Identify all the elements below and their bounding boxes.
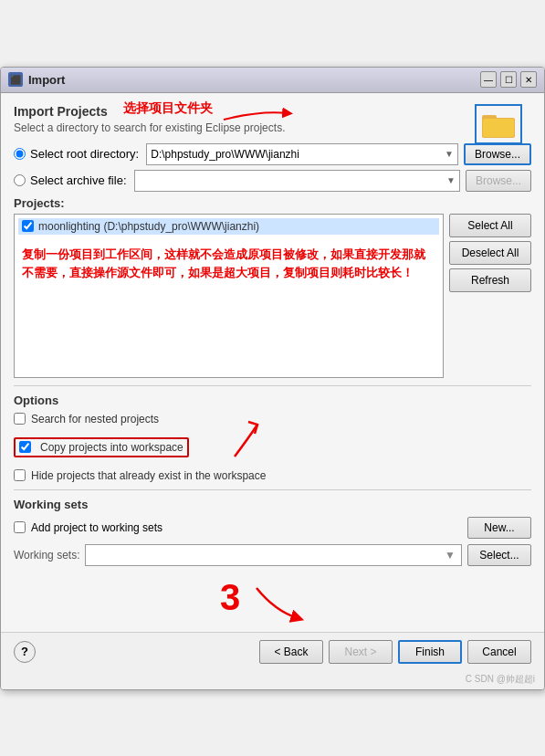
root-dropdown-arrow: ▼ bbox=[445, 149, 454, 159]
projects-buttons: Select All Deselect All Refresh bbox=[449, 214, 531, 378]
working-sets-section: Working sets Add project to working sets… bbox=[14, 489, 531, 566]
new-working-set-button[interactable]: New... bbox=[467, 517, 531, 539]
select-root-radio[interactable] bbox=[14, 148, 26, 160]
hide-existing-row: Hide projects that already exist in the … bbox=[14, 469, 531, 482]
browse-archive-button[interactable]: Browse... bbox=[466, 170, 531, 192]
archive-dropdown-arrow: ▼ bbox=[446, 175, 456, 185]
back-button[interactable]: < Back bbox=[259, 640, 323, 664]
annotation-number-3: 3 bbox=[220, 579, 240, 615]
red-annotation-text: 复制一份项目到工作区间，这样就不会造成原项目被修改，如果直接开发那就不需要，直接… bbox=[18, 242, 439, 288]
project-item: moonlighting (D:\phpstudy_pro\WWW\jianzh… bbox=[18, 218, 439, 235]
root-directory-input[interactable]: D:\phpstudy_pro\WWW\jianzhi ▼ bbox=[146, 143, 458, 165]
window-title: Import bbox=[28, 73, 480, 87]
window-controls: — ☐ ✕ bbox=[480, 71, 537, 88]
copy-projects-checkbox[interactable] bbox=[19, 441, 31, 453]
search-nested-row: Search for nested projects bbox=[14, 413, 531, 425]
minimize-button[interactable]: — bbox=[480, 71, 497, 88]
folder-icon-button[interactable] bbox=[475, 104, 522, 144]
finish-button[interactable]: Finish bbox=[398, 640, 462, 664]
annotation-select-folder: 选择项目文件夹 bbox=[123, 100, 213, 117]
select-root-row: Select root directory: D:\phpstudy_pro\W… bbox=[14, 143, 531, 165]
arrow-to-folder bbox=[215, 106, 297, 138]
arrow-number-3 bbox=[247, 583, 302, 625]
svg-rect-2 bbox=[483, 119, 514, 137]
folder-icon bbox=[482, 110, 515, 138]
projects-list: moonlighting (D:\phpstudy_pro\WWW\jianzh… bbox=[14, 214, 444, 378]
add-working-sets-label: Add project to working sets bbox=[31, 521, 462, 534]
archive-file-input[interactable]: ▼ bbox=[134, 170, 460, 192]
close-button[interactable]: ✕ bbox=[520, 71, 537, 88]
help-button[interactable]: ? bbox=[14, 641, 36, 663]
arrow-to-copy bbox=[198, 420, 271, 457]
refresh-button[interactable]: Refresh bbox=[449, 268, 531, 292]
copy-projects-label: Copy projects into workspace bbox=[40, 441, 183, 454]
project-checkbox[interactable] bbox=[22, 220, 34, 232]
select-working-set-button[interactable]: Select... bbox=[467, 544, 531, 566]
search-nested-label: Search for nested projects bbox=[31, 413, 159, 425]
options-section: Options Search for nested projects Copy … bbox=[14, 385, 531, 482]
working-sets-dropdown-arrow: ▼ bbox=[445, 549, 456, 562]
working-sets-title: Working sets bbox=[14, 498, 531, 511]
select-archive-label: Select archive file: bbox=[30, 173, 127, 187]
watermark: C SDN @帅超超i bbox=[1, 671, 544, 689]
header-area: Import Projects 选择项目文件夹 Select a directo… bbox=[14, 104, 531, 134]
bottom-bar: ? < Back Next > Finish Cancel bbox=[1, 632, 544, 671]
hide-existing-checkbox[interactable] bbox=[14, 469, 26, 481]
hide-existing-label: Hide projects that already exist in the … bbox=[31, 469, 266, 482]
cancel-button[interactable]: Cancel bbox=[467, 640, 531, 664]
title-bar: ⬛ Import — ☐ ✕ bbox=[1, 68, 544, 93]
options-title: Options bbox=[14, 394, 531, 407]
root-directory-value: D:\phpstudy_pro\WWW\jianzhi bbox=[151, 148, 299, 161]
window-icon: ⬛ bbox=[8, 72, 23, 87]
project-name: moonlighting (D:\phpstudy_pro\WWW\jianzh… bbox=[38, 220, 259, 233]
add-working-sets-row: Add project to working sets New... bbox=[14, 517, 531, 539]
maximize-button[interactable]: ☐ bbox=[500, 71, 517, 88]
add-working-sets-checkbox[interactable] bbox=[14, 521, 26, 533]
select-root-label: Select root directory: bbox=[30, 147, 139, 161]
import-dialog: ⬛ Import — ☐ ✕ Import Projects 选择项目文件夹 bbox=[0, 67, 545, 690]
select-archive-row: Select archive file: ▼ Browse... bbox=[14, 170, 531, 192]
deselect-all-button[interactable]: Deselect All bbox=[449, 241, 531, 265]
copy-projects-row: Copy projects into workspace bbox=[14, 429, 531, 466]
search-nested-checkbox[interactable] bbox=[14, 413, 26, 425]
select-all-button[interactable]: Select All bbox=[449, 214, 531, 237]
working-sets-dropdown[interactable]: ▼ bbox=[85, 544, 462, 566]
projects-label: Projects: bbox=[14, 196, 531, 210]
projects-area: moonlighting (D:\phpstudy_pro\WWW\jianzh… bbox=[14, 214, 531, 378]
working-sets-label: Working sets: bbox=[14, 549, 79, 562]
dialog-content: Import Projects 选择项目文件夹 Select a directo… bbox=[1, 93, 544, 579]
browse-root-button[interactable]: Browse... bbox=[464, 143, 531, 165]
copy-projects-highlight: Copy projects into workspace bbox=[14, 437, 189, 457]
working-sets-input-row: Working sets: ▼ Select... bbox=[14, 544, 531, 566]
next-button[interactable]: Next > bbox=[329, 640, 393, 664]
select-archive-radio[interactable] bbox=[14, 174, 26, 186]
